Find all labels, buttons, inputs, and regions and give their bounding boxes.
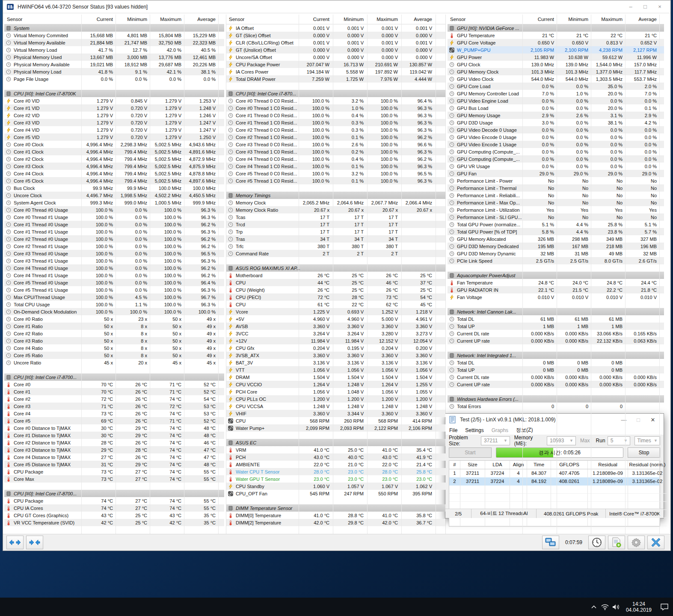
sensor-row[interactable]: Core #1 Thread #0 Usage100.0 %0.0 %100.0… [4,221,224,228]
close-button[interactable]: × [652,3,667,10]
sensor-row[interactable]: DRAM1.504 V1.504 V1.504 V1.504 V [226,373,445,381]
maximize-button[interactable]: □ [638,3,652,10]
sensor-row[interactable]: GPU D3D Memory Dynamic32 MB31 MB49 MB32 … [448,250,664,257]
sensor-row[interactable]: 3VCC3.264 V3.264 V3.280 V3.273 V [226,330,445,337]
result-column-header[interactable]: LDA [485,461,510,469]
sensor-row[interactable]: Total DL0 MB0 MB0 MB [448,359,664,366]
taskbar-clock[interactable]: 14:24 04.04.2019 [622,601,656,613]
sensor-row[interactable]: Core #170 °C26 °C71 °C52 °C [4,388,224,395]
minimize-button[interactable]: – [623,3,638,10]
sensor-row[interactable]: GPU Video Encode 1 Usage0.0 %0.0 %0.0 %0… [448,141,664,148]
section-header[interactable]: Network: Intel Cannon Lak... [448,308,664,315]
sensor-row[interactable]: GPU Temperature21 °C21 °C22 °C21 °C [448,32,664,39]
sensor-row[interactable]: Core #4 Thread 1 C0 Resid...100.0 %0.1 %… [226,163,445,170]
column-header-sensor[interactable]: Sensor [448,17,522,22]
result-column-header[interactable]: # [449,461,460,469]
sensor-row[interactable]: Core #4 Thread #1 Usage100.0 %0.0 %100.0… [4,272,224,279]
sensor-row[interactable]: Core #070 °C26 °C71 °C52 °C [4,381,224,388]
section-header[interactable]: Windows Hardware Errors (... [448,395,664,403]
sensor-row[interactable]: Core #3 VID1.279 V0.720 V1.279 V1.247 V [4,119,224,126]
remote-monitoring-button[interactable] [542,536,559,549]
sensor-row[interactable]: Core #2 Distance to TjMAX28 °C26 °C74 °C… [4,439,224,446]
sensor-row[interactable]: CLR (CBo/LLC/Ring) Offset0.001 V0.001 V0… [226,39,445,46]
sensor-row[interactable]: Performance Limit - Max Op...NoNoNoNo [448,199,664,206]
sensor-row[interactable]: Core #2 VID1.279 V0.720 V1.279 V1.246 V [4,112,224,119]
sensor-row[interactable]: Total GPU Power [% of TDP]5.8 %4.4 %23.8… [448,228,664,235]
sensor-row[interactable]: Core #2 Clock4,996.4 MHz799.4 MHz5,002.5… [4,155,224,163]
exit-button[interactable] [647,536,664,549]
sensor-row[interactable]: Core #1 Distance to TjMAX30 °C29 °C74 °C… [4,432,224,439]
column-header-current[interactable]: Current [298,17,332,22]
stop-button[interactable]: Stop [628,447,660,458]
result-column-header[interactable]: Residual [588,461,628,469]
sensor-row[interactable]: Core #5 Thread #1 Usage100.0 %0.0 %100.0… [4,286,224,293]
column-header-maximum[interactable]: Maximum [366,17,400,22]
settings-button[interactable] [628,536,645,549]
sensor-row[interactable]: Core #3 Thread 0 C0 Resid...100.0 %2.6 %… [226,141,445,148]
sensor-row[interactable]: Total GPU Power (normalize...5.1 %4.4 %2… [448,221,664,228]
sensor-row[interactable]: Uncore Ratio45 x20 x45 x45 x [4,359,224,366]
sensor-row[interactable]: CPU GT Cores (Graphics)43 °C25 °C43 °C35… [4,512,224,519]
sensor-row[interactable]: System Agent Clock999.3 MHz999.0 MHz1,00… [4,199,224,206]
section-header[interactable]: Memory Timings [226,192,445,199]
sensor-row[interactable]: AVSB3.360 V3.360 V3.360 V3.360 V [226,323,445,330]
column-header-minimum[interactable]: Minimum [332,17,366,22]
sensor-row[interactable]: Core #2 Thread 1 C0 Resid...100.0 %0.1 %… [226,133,445,141]
linx-minimize-button[interactable]: — [617,417,631,423]
sensor-row[interactable]: Core #2 Thread #1 Usage100.0 %0.0 %100.0… [4,243,224,250]
section-header[interactable]: CPU [#0]: Intel Core i7-870... [226,90,445,97]
sensor-row[interactable]: Performance Limit - SLI GPU...NoNoNoNo [448,213,664,221]
sensor-row[interactable]: Core #3 Ratio50 x8 x50 x49 x [4,337,224,344]
sensor-row[interactable]: Trcd17 T17 T17 T [226,221,445,228]
sensor-row[interactable]: Core #1 Thread 0 C0 Resid...100.0 %0.4 %… [226,112,445,119]
sensor-row[interactable]: BAT_3V3.136 V3.136 V3.136 V3.136 V [226,359,445,366]
action-center-icon[interactable] [656,598,673,616]
sensor-row[interactable]: GPU D3D Usage3.0 %0.0 %38.1 %4.2 % [448,119,664,126]
sensor-row[interactable]: VR VCC Temperature (SVID)42 °C25 °C42 °C… [4,519,224,526]
collapse-columns-button[interactable] [26,536,43,549]
column-header-minimum[interactable]: Minimum [557,17,591,22]
sensor-row[interactable]: Uncore/SA Offset0.000 V0.000 V0.000 V0.0… [226,53,445,61]
section-header[interactable]: System [4,24,224,32]
sensor-row[interactable]: GPU Memory Controller Load7.0 %1.0 %20.0… [448,90,664,97]
sensor-row[interactable]: Core #3 Thread #1 Usage100.0 %0.0 %100.0… [4,257,224,264]
sensor-row[interactable]: Page File Usage0.0 %0.0 %0.0 %0.0 % [4,75,224,83]
sensor-row[interactable]: Core #371 °C26 °C72 °C53 °C [4,403,224,410]
sensor-row[interactable]: Core #1 Thread 1 C0 Resid...100.0 %0.3 %… [226,119,445,126]
sensor-row[interactable]: Virtual Memory Commited15,668 MB4,801 MB… [4,32,224,39]
sensor-row[interactable]: Core #5 Ratio50 x8 x50 x49 x [4,352,224,359]
section-header[interactable]: CPU [#0]: Intel Core i7-8700... [4,373,224,381]
sensor-row[interactable]: Core #0 Thread #0 Usage100.0 %0.0 %100.0… [4,206,224,213]
sensor-row[interactable]: Core #3 Distance to TjMAX29 °C28 °C74 °C… [4,446,224,453]
section-header[interactable]: CPU [#0]: Intel Core i7-8700K [4,90,224,97]
sensor-row[interactable]: Tras34 T34 T34 T [226,235,445,243]
menu-file[interactable]: File [445,427,461,433]
sensor-row[interactable]: Core #0 VID1.279 V0.845 V1.279 V1.253 V [4,97,224,104]
sensor-row[interactable]: CPU Package74 °C27 °C74 °C55 °C [4,497,224,504]
sensor-row[interactable]: Physical Memory Load41.8 %9.1 %42.1 %38.… [4,68,224,75]
sensor-row[interactable]: PCIe Link Speed2.5 GT/s2.5 GT/s8.0 GT/s2… [448,257,664,264]
column-header-current[interactable]: Current [522,17,557,22]
sensor-row[interactable]: Core #2 Thread 0 C0 Resid...100.0 %0.3 %… [226,126,445,133]
sensor-row[interactable]: Core #5 VID1.279 V0.720 V1.279 V1.250 V [4,133,224,141]
sensor-row[interactable]: Current DL rate0.000 KB/s0.000 KB/s0.000… [448,373,664,381]
sensor-row[interactable]: Core #5 Clock4,996.4 MHz799.4 MHz5,002.5… [4,177,224,184]
sensor-row[interactable]: Vcore1.225 V0.693 V1.252 V1.218 V [226,308,445,315]
sensor-row[interactable]: W_PUMP+GPU2,105 RPM2,100 RPM4,238 RPM2,1… [448,46,664,53]
sensor-row[interactable]: +5V4.960 V4.960 V5.000 V4.961 V [226,315,445,323]
sensor-row[interactable]: Core #0 Distance to TjMAX30 °C29 °C74 °C… [4,424,224,432]
sensor-row[interactable]: GPU Video Encode 0 Usage0.0 %0.0 %0.0 %0… [448,133,664,141]
sensor-row[interactable]: Core #4 Distance to TjMAX27 °C26 °C74 °C… [4,453,224,461]
sensor-row[interactable]: Core #0 Ratio50 x23 x50 x49 x [4,315,224,323]
sensor-row[interactable]: Core #3 Thread 1 C0 Resid...100.0 %0.2 %… [226,148,445,155]
section-header[interactable]: Aquacomputer PowerAdjust [448,272,664,279]
result-row[interactable]: 23721137224484.192408.02611.218089e-093.… [449,477,660,486]
sensor-row[interactable]: GPU Video Decode 0 Usage0.0 %0.0 %0.0 %0… [448,126,664,133]
sensor-row[interactable]: CPU VCCSA1.248 V1.248 V1.248 V1.248 V [226,403,445,410]
sensor-row[interactable]: CPU_OPT Fan545 RPM247 RPM550 RPM395 RPM [226,490,445,497]
sensor-row[interactable]: Total Errors000 [448,403,664,410]
sensor-row[interactable]: Core #4 Thread #0 Usage100.0 %0.0 %100.0… [4,264,224,272]
sensor-row[interactable]: Core #1 VID1.279 V0.720 V1.279 V1.248 V [4,104,224,112]
sensor-row[interactable]: Water CPU T Sensor28.0 °C23.0 °C28.0 °C2… [226,468,445,475]
sensor-row[interactable]: Core #4 Ratio50 x8 x50 x49 x [4,344,224,352]
